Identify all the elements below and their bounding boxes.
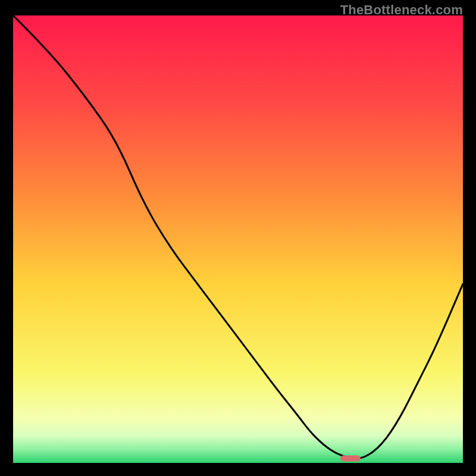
chart-frame: TheBottleneck.com [0,0,476,476]
watermark-text: TheBottleneck.com [340,2,463,18]
optimal-point-marker [340,455,361,461]
plot-area [13,15,463,463]
gradient-background [13,15,463,463]
bottleneck-chart [13,15,463,463]
